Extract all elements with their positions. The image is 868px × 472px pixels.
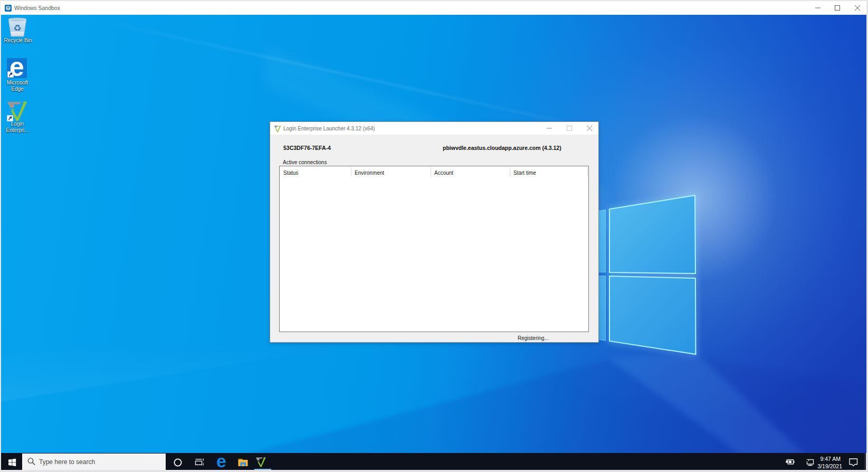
svg-text:e: e [216, 453, 226, 470]
svg-text:Type here to search: Type here to search [39, 458, 95, 466]
svg-text:♻: ♻ [13, 23, 21, 33]
svg-text:3/19/2021: 3/19/2021 [817, 463, 842, 469]
svg-text:9:47 AM: 9:47 AM [820, 456, 841, 462]
